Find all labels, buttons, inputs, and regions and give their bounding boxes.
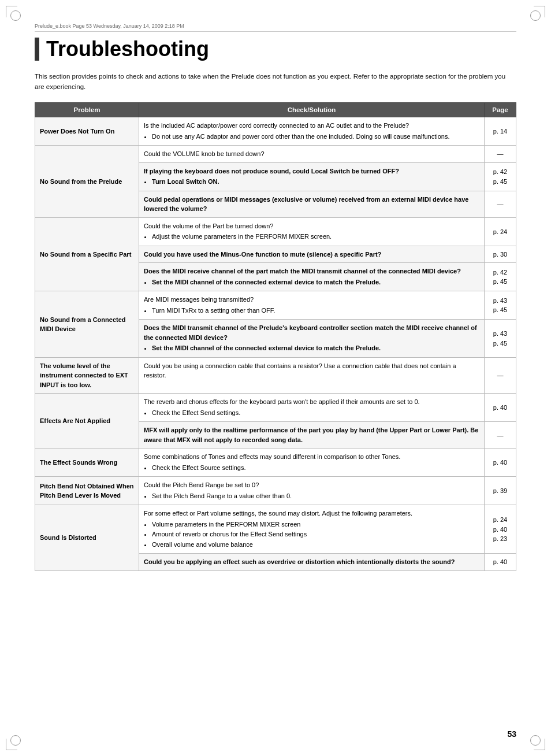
- page-number: 53: [507, 729, 516, 739]
- check-bullet-item: Adjust the volume parameters in the PERF…: [152, 232, 479, 242]
- check-cell: Could pedal operations or MIDI messages …: [139, 191, 485, 217]
- intro-text: This section provides points to check an…: [35, 71, 516, 92]
- check-bullet-item: Volume parameters in the PERFORM MIXER s…: [152, 520, 479, 529]
- problem-cell: The Effect Sounds Wrong: [35, 449, 139, 477]
- problem-cell: The volume level of the instrument conne…: [35, 357, 139, 394]
- troubleshooting-table: Problem Check/Solution Page Power Does N…: [35, 102, 516, 571]
- check-bullet-item: Check the Effect Source settings.: [152, 463, 479, 473]
- check-bullets: Check the Effect Source settings.: [152, 463, 479, 473]
- page-cell: p. 43 p. 45: [485, 291, 516, 320]
- check-text: MFX will apply only to the realtime perf…: [144, 427, 478, 443]
- check-text: For some effect or Part volume settings,…: [144, 510, 412, 517]
- page-cell: p. 30: [485, 246, 516, 263]
- check-bullet-item: Amount of reverb or chorus for the Effec…: [152, 529, 479, 539]
- check-bullets: Turn Local Switch ON.: [152, 177, 479, 187]
- check-cell: Does the MIDI receive channel of the par…: [139, 263, 485, 291]
- check-bullets: Adjust the volume parameters in the PERF…: [152, 232, 479, 242]
- check-text: Could you have used the Minus-One functi…: [144, 251, 381, 258]
- check-bullets: Check the Effect Send settings.: [152, 408, 479, 418]
- page-cell: p. 43 p. 45: [485, 320, 516, 358]
- check-text: Could you be applying an effect such as …: [144, 558, 455, 565]
- check-cell: For some effect or Part volume settings,…: [139, 505, 485, 554]
- check-text: Could the VOLUME knob be turned down?: [144, 150, 265, 157]
- page-cell: —: [485, 191, 516, 217]
- table-row: Effects Are Not AppliedThe reverb and ch…: [35, 394, 516, 422]
- check-text: Could the volume of the Part be turned d…: [144, 223, 273, 229]
- check-text: Could pedal operations or MIDI messages …: [144, 196, 468, 213]
- page-cell: p. 24: [485, 217, 516, 246]
- page-cell: p. 24 p. 40 p. 23: [485, 505, 516, 554]
- problem-cell: Sound Is Distorted: [35, 505, 139, 571]
- check-text: Could you be using a connection cable th…: [144, 362, 456, 379]
- check-cell: Is the included AC adaptor/power cord co…: [139, 117, 485, 146]
- check-text: Some combinations of Tones and effects m…: [144, 453, 400, 460]
- check-bullets: Do not use any AC adaptor and power cord…: [152, 132, 479, 142]
- check-bullet-item: Overall volume and volume balance: [152, 540, 479, 550]
- check-bullets: Set the MIDI channel of the connected ex…: [152, 343, 479, 353]
- check-bullet-item: Set the Pitch Bend Range to a value othe…: [152, 491, 479, 501]
- check-bullet-item: Do not use any AC adaptor and power cord…: [152, 132, 479, 142]
- page-cell: —: [485, 422, 516, 449]
- check-text: Are MIDI messages being transmitted?: [144, 296, 254, 303]
- page-cell: p. 39: [485, 477, 516, 505]
- problem-cell: No Sound from a Specific Part: [35, 217, 139, 291]
- table-row: No Sound from a Connected MIDI DeviceAre…: [35, 291, 516, 320]
- col-header-check: Check/Solution: [139, 103, 485, 117]
- problem-cell: Effects Are Not Applied: [35, 394, 139, 449]
- page-meta: Prelude_e.book Page 53 Wednesday, Januar…: [35, 23, 516, 32]
- page-cell: p. 40: [485, 394, 516, 422]
- problem-cell: Pitch Bend Not Obtained When Pitch Bend …: [35, 477, 139, 505]
- check-bullets: Set the Pitch Bend Range to a value othe…: [152, 491, 479, 501]
- page-cell: —: [485, 357, 516, 394]
- page-cell: p. 40: [485, 554, 516, 571]
- problem-cell: No Sound from the Prelude: [35, 146, 139, 218]
- check-cell: Could you be applying an effect such as …: [139, 554, 485, 571]
- table-row: Pitch Bend Not Obtained When Pitch Bend …: [35, 477, 516, 505]
- col-header-problem: Problem: [35, 103, 139, 117]
- check-cell: Could you be using a connection cable th…: [139, 357, 485, 394]
- check-bullets: Set the MIDI channel of the connected ex…: [152, 277, 479, 287]
- check-bullets: Turn MIDI TxRx to a setting other than O…: [152, 306, 479, 316]
- problem-cell: Power Does Not Turn On: [35, 117, 139, 146]
- check-cell: Could you have used the Minus-One functi…: [139, 246, 485, 263]
- check-bullet-item: Set the MIDI channel of the connected ex…: [152, 343, 479, 353]
- check-cell: The reverb and chorus effects for the ke…: [139, 394, 485, 422]
- check-bullet-item: Turn Local Switch ON.: [152, 177, 479, 187]
- check-cell: Does the MIDI transmit channel of the Pr…: [139, 320, 485, 358]
- table-row: No Sound from a Specific PartCould the v…: [35, 217, 516, 246]
- check-text: Is the included AC adaptor/power cord co…: [144, 122, 409, 129]
- check-bullet-item: Check the Effect Send settings.: [152, 408, 479, 418]
- col-header-page: Page: [485, 103, 516, 117]
- check-text: Could the Pitch Bend Range be set to 0?: [144, 481, 259, 488]
- table-row: Sound Is DistortedFor some effect or Par…: [35, 505, 516, 554]
- table-row: The volume level of the instrument conne…: [35, 357, 516, 394]
- check-bullets: Volume parameters in the PERFORM MIXER s…: [152, 520, 479, 550]
- page-cell: p. 14: [485, 117, 516, 146]
- check-cell: Could the volume of the Part be turned d…: [139, 217, 485, 246]
- check-bullet-item: Set the MIDI channel of the connected ex…: [152, 277, 479, 287]
- check-text: Does the MIDI receive channel of the par…: [144, 268, 461, 275]
- check-text: The reverb and chorus effects for the ke…: [144, 398, 420, 405]
- page-cell: p. 42 p. 45: [485, 263, 516, 291]
- check-text: Does the MIDI transmit channel of the Pr…: [144, 324, 477, 341]
- page-cell: —: [485, 146, 516, 163]
- table-row: The Effect Sounds WrongSome combinations…: [35, 449, 516, 477]
- file-info: Prelude_e.book Page 53 Wednesday, Januar…: [35, 23, 184, 29]
- page-title: Troubleshooting: [35, 38, 516, 61]
- check-cell: Some combinations of Tones and effects m…: [139, 449, 485, 477]
- check-cell: MFX will apply only to the realtime perf…: [139, 422, 485, 449]
- problem-cell: No Sound from a Connected MIDI Device: [35, 291, 139, 358]
- check-cell: Could the Pitch Bend Range be set to 0?S…: [139, 477, 485, 505]
- check-cell: If playing the keyboard does not produce…: [139, 162, 485, 191]
- table-row: Power Does Not Turn OnIs the included AC…: [35, 117, 516, 146]
- check-cell: Could the VOLUME knob be turned down?: [139, 146, 485, 163]
- check-cell: Are MIDI messages being transmitted?Turn…: [139, 291, 485, 320]
- table-row: No Sound from the PreludeCould the VOLUM…: [35, 146, 516, 163]
- check-text: If playing the keyboard does not produce…: [144, 168, 399, 175]
- check-bullet-item: Turn MIDI TxRx to a setting other than O…: [152, 306, 479, 316]
- page-cell: p. 42 p. 45: [485, 162, 516, 191]
- page-cell: p. 40: [485, 449, 516, 477]
